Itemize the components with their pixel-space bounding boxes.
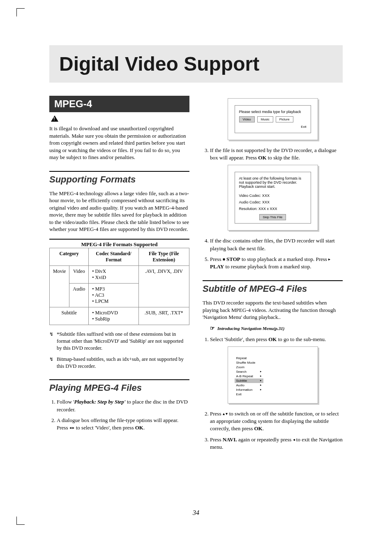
th-category: Category: [50, 248, 89, 266]
step-key: OK: [268, 336, 277, 342]
subhead-subtitle: Subtitle of MPEG-4 Files: [203, 280, 343, 294]
step-key: OK: [254, 425, 262, 431]
table-row: Subtitle • MicroDVD • SubRip .SUB, .SRT,…: [50, 307, 189, 325]
screen-nav-menu: Repeat Shuffle Mode Zoom Search A-B Repe…: [228, 346, 318, 404]
media-btn-video: Video: [239, 116, 255, 122]
step-text: .: [143, 425, 145, 431]
dialog-vc: Video Codec: XXX: [239, 194, 307, 198]
crop-mark: [16, 517, 25, 525]
dialog-box: At least one of the following formats is…: [235, 172, 311, 224]
screen-unsupported: At least one of the following formats is…: [228, 165, 318, 231]
menu-label: Audio: [236, 383, 244, 387]
right-steps-cont: If the disc contains other files, the DV…: [203, 237, 343, 270]
up-down-arrow-icon: ▴ ▾: [223, 411, 228, 416]
step-key: OK: [135, 425, 143, 431]
step-item: A dialogue box offering the file-type op…: [57, 417, 189, 431]
step-text: .: [263, 425, 264, 431]
th-codec: Codec Standard/ Format: [89, 248, 138, 266]
cell-subtitle-ext: .SUB, .SRT, .TXT*: [138, 307, 189, 325]
supporting-intro: The MPEG-4 technology allows a large vid…: [49, 190, 189, 233]
media-buttons-row: Video Music Picture: [239, 116, 307, 122]
dialog-prompt: Please select media type for playback: [239, 110, 307, 114]
dialog-ac: Audio Codec: XXX: [239, 200, 307, 204]
step-item: If the disc contains other files, the DV…: [210, 237, 343, 252]
step-text: to go to the sub-menu.: [277, 336, 326, 342]
cell-subtitle-codec: • MicroDVD • SubRip: [89, 307, 138, 325]
left-right-arrow-icon: ◂ ▸: [69, 425, 75, 430]
menu-label: Search: [236, 370, 247, 374]
note-item: *Subtitle files suffixed with one of the…: [57, 331, 189, 352]
note-item: Bitmap-based subtitles, such as idx+sub,…: [57, 356, 189, 370]
stop-icon: ■: [223, 257, 225, 261]
cell-audio-codec: • MP3 • AC3 • LPCM: [89, 284, 138, 307]
page: Digital Video Support MPEG-4 It is illeg…: [0, 0, 392, 479]
step-text: Select 'Subtitle', then press: [210, 336, 268, 342]
notes-list: *Subtitle files suffixed with one of the…: [49, 331, 189, 369]
step-key: OK: [258, 155, 266, 161]
ref-text: Introducing Navigation Menu(p.31): [217, 326, 285, 331]
dialog-exit: Exit: [239, 125, 307, 129]
dialog-btn-row: Skip This File: [239, 215, 307, 219]
step-text: Press: [210, 256, 223, 262]
cell-video: Video: [69, 266, 89, 284]
menu-item-repeat: Repeat: [235, 356, 263, 360]
menu-label: A-B Repeat: [236, 374, 253, 378]
step-item: Select 'Subtitle', then press OK to go t…: [210, 336, 343, 343]
menu-item-audio: Audio: [235, 383, 263, 388]
step-text: to skip the file.: [267, 155, 300, 161]
menu-label: Zoom: [236, 365, 244, 369]
menu-label: Information: [236, 388, 253, 392]
step-item: Press ■ STOP to stop playback at a marke…: [210, 256, 343, 270]
step-item: Press ▴ ▾ to switch on or off the subtit…: [210, 410, 343, 433]
media-btn-music: Music: [257, 116, 273, 122]
menu-label: Subtitle: [236, 379, 247, 383]
dialog-res: Resolution: XXX x XXX: [239, 207, 307, 211]
menu-item-subtitle: Subtitle: [235, 378, 263, 383]
right-steps: If the file is not supported by the DVD …: [203, 147, 343, 162]
cell-movie-ext: .AVI, .DIVX, .DIV: [138, 266, 189, 307]
step-text: to switch on or off the subtitle functio…: [210, 411, 339, 431]
formats-table: Category Codec Standard/ Format File Typ…: [49, 248, 189, 325]
th-filetype: File Type (File Extension): [138, 248, 189, 266]
menu-item-shuffle: Shuffle Mode: [235, 360, 263, 365]
section-banner-mpeg4: MPEG-4: [49, 96, 189, 112]
skip-file-button: Skip This File: [259, 214, 286, 220]
page-number: 34: [0, 509, 392, 517]
step-key: STOP: [226, 256, 240, 262]
subtitle-intro: This DVD recorder supports the text-base…: [203, 299, 343, 321]
step-item: Press NAVI. again or repeatedly press ◂ …: [210, 436, 343, 451]
step-item: Follow 'Playback: Step by Step' to place…: [57, 398, 189, 413]
menu-item-information: Information: [235, 388, 263, 392]
warning-text: It is illegal to download and use unauth…: [49, 125, 189, 161]
subtitle-steps-cont: Press ▴ ▾ to switch on or off the subtit…: [203, 410, 343, 451]
step-key: PLAY: [210, 263, 224, 270]
menu-item-exit: Exit: [235, 392, 263, 397]
step-text: Press: [210, 411, 223, 417]
right-column: Please select media type for playback Vi…: [203, 96, 343, 454]
chapter-title-banner: Digital Video Support: [49, 45, 343, 83]
nav-menu-list: Repeat Shuffle Mode Zoom Search A-B Repe…: [235, 356, 311, 397]
step-text: again or repeatedly press: [237, 436, 293, 443]
warning-icon: [51, 115, 58, 122]
step-text: to stop playback at a marked stop. Press: [240, 256, 328, 262]
cell-subtitle: Subtitle: [50, 307, 89, 325]
cell-audio: Audio: [69, 284, 89, 307]
table-row: Movie Video • DivX • XviD .AVI, .DIVX, .…: [50, 266, 189, 284]
step-text: Follow ': [57, 399, 74, 405]
cross-reference: Introducing Navigation Menu(p.31): [210, 325, 343, 332]
cell-video-codec: • DivX • XviD: [89, 266, 138, 284]
menu-label: Exit: [236, 392, 242, 396]
table-title: MPEG-4 File Formats Supported: [49, 239, 189, 248]
menu-item-abrepeat: A-B Repeat: [235, 374, 263, 378]
menu-item-zoom: Zoom: [235, 365, 263, 369]
media-btn-picture: Picture: [276, 116, 293, 122]
menu-label: Repeat: [236, 356, 247, 360]
chapter-title: Digital Video Support: [59, 53, 333, 75]
subtitle-steps: Select 'Subtitle', then press OK to go t…: [203, 336, 343, 343]
subhead-playing: Playing MPEG-4 Files: [49, 379, 189, 393]
cell-movie: Movie: [50, 266, 69, 307]
step-emph: Playback: Step by Step': [74, 399, 125, 405]
dialog-box: Please select media type for playback Vi…: [235, 105, 311, 133]
step-key: NAVI.: [223, 436, 237, 443]
step-item: If the file is not supported by the DVD …: [210, 147, 343, 162]
